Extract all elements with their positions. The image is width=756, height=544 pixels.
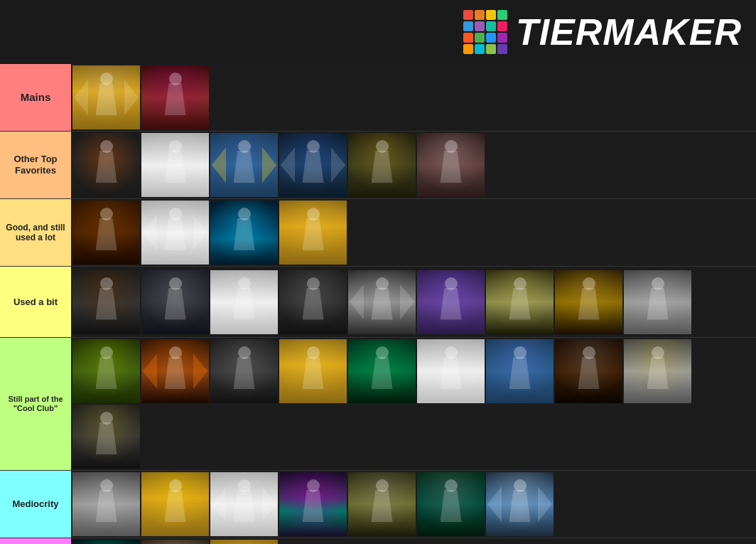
tier-label-fail-frames: Fail Frames — [0, 538, 71, 544]
tier-row-used-bit: Used a bit — [0, 267, 756, 338]
list-item — [348, 270, 416, 334]
tier-label-mediocrity: Mediocrity — [0, 471, 71, 538]
list-item — [72, 133, 140, 197]
list-item — [141, 270, 209, 334]
list-item — [210, 472, 278, 536]
list-item — [210, 339, 278, 403]
list-item — [279, 201, 347, 265]
list-item — [348, 133, 416, 197]
list-item — [279, 472, 347, 536]
list-item — [417, 339, 485, 403]
list-item — [417, 472, 485, 536]
list-item — [486, 472, 554, 536]
list-item — [210, 270, 278, 334]
tier-items-mains — [71, 64, 756, 131]
list-item — [348, 472, 416, 536]
tier-maker-app: TierMaker Mains Other Top Favorites — [0, 0, 756, 544]
list-item — [555, 270, 622, 334]
tier-items-mediocrity — [71, 471, 756, 538]
list-item — [72, 540, 140, 544]
list-item — [279, 339, 347, 403]
tier-row-mains: Mains — [0, 64, 756, 132]
list-item — [210, 540, 278, 544]
tier-items-other-top — [71, 132, 756, 198]
tier-label-mains: Mains — [0, 64, 71, 131]
list-item — [279, 133, 347, 197]
tier-label-used-bit: Used a bit — [0, 267, 71, 337]
list-item — [141, 133, 209, 197]
list-item — [486, 270, 554, 334]
list-item — [72, 201, 140, 265]
tier-row-cool-club: Still part of the "Cool Club" — [0, 338, 756, 471]
list-item — [141, 65, 209, 129]
tier-row-fail-frames: Fail Frames — [0, 538, 756, 544]
list-item — [210, 133, 278, 197]
app-header: TierMaker — [0, 0, 756, 64]
tier-label-good-used: Good, and still used a lot — [0, 199, 71, 266]
tier-items-cool-club — [71, 338, 756, 470]
tier-items-good-used — [71, 199, 756, 266]
tier-items-used-bit — [71, 267, 756, 337]
list-item — [72, 270, 140, 334]
list-item — [141, 472, 209, 536]
tier-row-other-top: Other Top Favorites — [0, 132, 756, 199]
tier-label-other-top: Other Top Favorites — [0, 132, 71, 198]
list-item — [486, 339, 554, 403]
list-item — [555, 339, 622, 403]
logo-grid-icon — [463, 10, 507, 54]
list-item — [72, 472, 140, 536]
list-item — [279, 270, 347, 334]
tier-row-good-used: Good, and still used a lot — [0, 199, 756, 267]
list-item — [141, 339, 209, 403]
list-item — [72, 65, 140, 129]
list-item — [72, 339, 140, 403]
list-item — [348, 339, 416, 403]
tier-row-mediocrity: Mediocrity — [0, 471, 756, 538]
list-item — [417, 133, 485, 197]
list-item — [72, 405, 140, 469]
app-title: TierMaker — [516, 11, 742, 53]
logo-container: TierMaker — [463, 10, 742, 54]
list-item — [141, 540, 209, 544]
list-item — [624, 270, 691, 334]
list-item — [141, 201, 209, 265]
list-item — [624, 339, 691, 403]
list-item — [417, 270, 485, 334]
tier-items-fail-frames — [71, 538, 756, 544]
list-item — [210, 201, 278, 265]
tier-label-cool-club: Still part of the "Cool Club" — [0, 338, 71, 470]
